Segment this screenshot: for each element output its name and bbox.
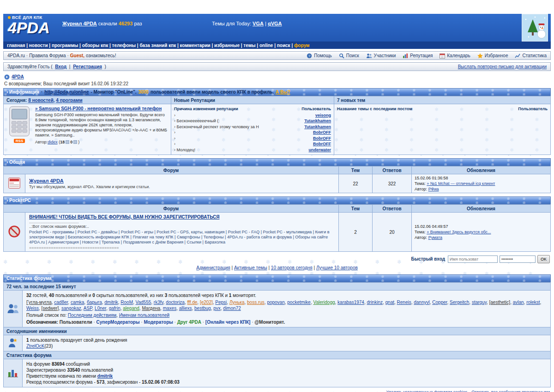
- online-user-link[interactable]: bestbug: [194, 306, 211, 311]
- nav-link[interactable]: темы: [243, 43, 259, 48]
- login-ok-button[interactable]: OK: [537, 255, 550, 263]
- calendar-button[interactable]: Календарь: [440, 53, 470, 59]
- newest-member-link[interactable]: dmitrik: [97, 374, 113, 379]
- nav-link[interactable]: телефоны: [112, 43, 140, 48]
- online-user-link[interactable]: [e202]: [200, 300, 213, 305]
- online-user-link[interactable]: boss.rus: [247, 300, 265, 305]
- site-logo[interactable]: ВСЁ ДЛЯ КПК 4PDA: [8, 15, 50, 36]
- nav-link[interactable]: главная: [7, 43, 29, 48]
- reputation-user-link[interactable]: BobrOFF: [313, 130, 331, 136]
- nav-link[interactable]: online: [259, 43, 277, 48]
- online-user-link[interactable]: doctoriza: [166, 300, 185, 305]
- reputation-user-link[interactable]: BobrOFF: [313, 141, 331, 147]
- news-count-link[interactable]: 8 новостей,: [28, 98, 54, 103]
- online-user-link[interactable]: ASP: [84, 306, 92, 311]
- online-user-link[interactable]: popovan: [267, 300, 284, 305]
- online-user-link[interactable]: camka: [71, 300, 84, 305]
- online-user-link[interactable]: sangokaz: [61, 306, 81, 311]
- online-user-link[interactable]: Copper: [432, 300, 447, 305]
- reputation-user-link[interactable]: underwater: [308, 147, 331, 153]
- nav-link[interactable]: база знаний кпк: [139, 43, 180, 48]
- online-user-link[interactable]: avlan: [513, 300, 524, 305]
- last-topic-link[interactable]: » №1 Mchat — отличный icq клиент: [427, 181, 495, 186]
- journal-link[interactable]: Журнал 4PDA: [62, 21, 97, 26]
- online-user-link[interactable]: drinkinz: [367, 300, 382, 305]
- online-user-link[interactable]: dimon72: [223, 306, 241, 311]
- shortcut-link[interactable]: Администрация: [196, 265, 230, 270]
- sort-by-name-link[interactable]: Именам пользователей: [119, 313, 169, 318]
- reputation-user-link[interactable]: Tutankhamen: [304, 124, 331, 130]
- online-user-link[interactable]: cad8er: [54, 300, 68, 305]
- last-topic-link[interactable]: » Внимание! Здесь ведутся обс...: [427, 230, 491, 234]
- nav-link[interactable]: обзоры кпк: [82, 43, 112, 48]
- today-link-qvga[interactable]: qVGA: [268, 21, 282, 26]
- register-warning-link[interactable]: ВНИМАНИЕ! ЧТОБЫ ВИДЕТЬ ВСЕ ФОРУМЫ, ВАМ Н…: [29, 214, 219, 220]
- online-user-link[interactable]: pocketmike: [287, 300, 311, 305]
- online-user-link[interactable]: maxes: [163, 306, 176, 311]
- online-user-link[interactable]: [aesthetic]: [489, 300, 511, 305]
- news-author-link[interactable]: didex: [48, 140, 58, 144]
- online-user-link[interactable]: karabas1974: [337, 300, 364, 305]
- category-header[interactable]: ❄ ❄ ❄ ❄ ❄ ❄ ❄ ❄ ❄ ❄ ❄ ❄ ❄ ❄ ❄ ❄ ❄ ❄ ❄ ❄ …: [3, 158, 551, 166]
- online-user-link[interactable]: Лунька: [229, 300, 245, 305]
- online-user-link[interactable]: pvx: [213, 306, 221, 311]
- birthday-user-link[interactable]: ZtrelOcK: [26, 344, 44, 349]
- forum-rules-link[interactable]: Правила Форума: [29, 53, 70, 58]
- info-cta-link[interactable]: А Вы?: [276, 89, 290, 95]
- username-input[interactable]: [448, 255, 498, 263]
- online-user-link[interactable]: rk3fv: [154, 300, 163, 305]
- online-user-link[interactable]: [sedwer]: [42, 306, 59, 311]
- register-link[interactable]: Регистрация: [73, 64, 102, 69]
- online-user-link[interactable]: Гугла-мугла: [26, 300, 52, 305]
- sort-by-action-link[interactable]: Последним действиям: [68, 313, 116, 318]
- online-user-link[interactable]: Vad555: [136, 300, 151, 305]
- help-button[interactable]: ? Помощь: [307, 53, 332, 59]
- online-user-link[interactable]: RooM: [120, 300, 133, 305]
- password-input[interactable]: [500, 255, 536, 263]
- reputation-user-link[interactable]: veisong: [315, 113, 331, 119]
- resend-activation-link[interactable]: Выслать повторно письмо для активации: [458, 64, 547, 69]
- online-user-link[interactable]: gafrin: [109, 306, 120, 311]
- online-user-link[interactable]: Магдена: [142, 306, 160, 311]
- favorites-button[interactable]: Избранное: [477, 53, 508, 59]
- last-author-link[interactable]: Румата: [428, 235, 442, 240]
- forum-link[interactable]: Журнал 4PDA: [29, 178, 64, 184]
- online-user-link[interactable]: Reneis: [397, 300, 411, 305]
- nav-link[interactable]: комментарии: [180, 43, 214, 48]
- online-monitor-link[interactable]: http://4pda.ru/online: [44, 89, 89, 95]
- nav-link[interactable]: избранные: [214, 43, 243, 48]
- nav-link[interactable]: поиск: [277, 43, 294, 48]
- category-header[interactable]: ❄ ❄ ❄ ❄ ❄ ❄ ❄ ❄ ❄ ❄ ❄ ❄ ❄ ❄ ❄ ❄ ❄ ❄ ❄ ❄ …: [3, 196, 551, 204]
- online-user-link[interactable]: starguy: [472, 300, 487, 305]
- mark-read-link[interactable]: Отметить все сообщения прочитанными: [471, 390, 550, 392]
- statistics-button[interactable]: Статистика: [515, 53, 547, 59]
- reputation-user-link[interactable]: BobrOFF: [313, 136, 331, 142]
- online-user-link[interactable]: rolekst: [526, 300, 540, 305]
- reputation-user-link[interactable]: Tutankhamen: [304, 118, 331, 124]
- login-link[interactable]: Вход: [55, 64, 66, 69]
- apps-count-link[interactable]: 4 программ: [56, 98, 82, 103]
- online-user-link[interactable]: dannyvl: [414, 300, 429, 305]
- online-user-link[interactable]: Pepsi: [215, 300, 227, 305]
- today-link-vga[interactable]: VGA: [253, 21, 264, 26]
- online-user-link[interactable]: барыга: [87, 300, 102, 305]
- delete-cookies-link[interactable]: Удалить установленные форумом cookies: [386, 390, 468, 392]
- nav-link[interactable]: программы: [52, 43, 82, 48]
- site-root-link[interactable]: 4PDA.ru: [7, 53, 29, 58]
- reputation-button[interactable]: Репутация: [403, 53, 433, 59]
- online-user-link[interactable]: Valeridogg: [313, 300, 335, 305]
- nav-link[interactable]: форум: [294, 43, 310, 48]
- online-user-link[interactable]: Sergeitch: [450, 300, 469, 305]
- members-button[interactable]: Участники: [366, 53, 396, 59]
- online-user-link[interactable]: dmitrik: [104, 300, 118, 305]
- shortcut-link[interactable]: 10 авторов сегодня: [271, 265, 313, 270]
- online-user-link[interactable]: alegand: [123, 306, 139, 311]
- shortcut-link[interactable]: Лучшие 10 авторов: [316, 265, 358, 270]
- online-user-link[interactable]: gnat: [385, 300, 394, 305]
- rss-badge[interactable]: RSS: [14, 139, 25, 143]
- last-author-link[interactable]: РФиа: [428, 187, 439, 191]
- nav-link[interactable]: новости: [29, 43, 52, 48]
- online-user-link[interactable]: L0ner: [95, 306, 106, 311]
- breadcrumb-root-link[interactable]: 4PDA: [12, 74, 24, 79]
- online-user-link[interactable]: Weiss: [26, 306, 39, 311]
